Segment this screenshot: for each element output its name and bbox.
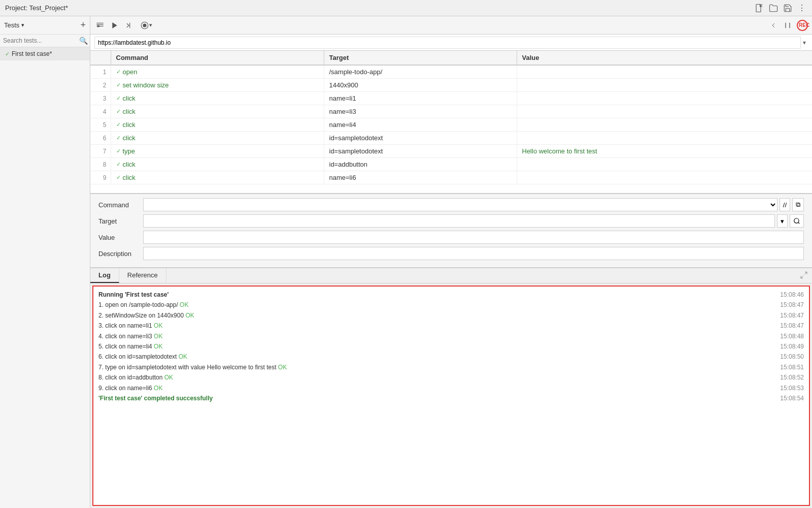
run-button[interactable]: [110, 20, 120, 30]
target-row: Target ▾: [98, 214, 804, 228]
step-button[interactable]: [124, 20, 135, 31]
log-area: Running 'First test case'15:08:461. open…: [92, 285, 810, 506]
log-content: 2. setWindowSize on 1440x900 OK: [98, 310, 194, 321]
ok-badge: OK: [278, 364, 287, 371]
svg-point-12: [794, 218, 799, 223]
ok-badge: OK: [154, 322, 162, 329]
log-content: 3. click on name=li1 OK: [98, 321, 162, 331]
sidebar-title-group: Tests ▾: [4, 21, 24, 29]
row-command: ✓type: [111, 145, 324, 158]
row-value: [517, 65, 812, 79]
url-dropdown-icon[interactable]: ▾: [801, 39, 808, 46]
table-row[interactable]: 9 ✓click name=li6: [90, 171, 812, 184]
row-target: name=li3: [324, 105, 517, 118]
open-file-icon[interactable]: [768, 3, 779, 13]
tab-reference[interactable]: Reference: [119, 268, 166, 283]
log-line: 2. setWindowSize on 1440x900 OK15:08:47: [98, 310, 804, 321]
row-value: [517, 171, 812, 184]
row-value: [517, 92, 812, 105]
log-line: 6. click on id=sampletodotext OK15:08:50: [98, 352, 804, 362]
search-bar: 🔍: [0, 35, 90, 47]
commands-table-area: Command Target Value 1 ✓open /sample-tod…: [90, 51, 812, 193]
log-content: 'First test case' completed successfully: [98, 393, 213, 403]
table-row[interactable]: 2 ✓set window size 1440x900: [90, 79, 812, 92]
sidebar-item-first-test-case[interactable]: ✓ First test case*: [0, 47, 90, 60]
row-command: ✓click: [111, 118, 324, 132]
row-target: 1440x900: [324, 79, 517, 92]
expand-icon[interactable]: [800, 271, 808, 280]
sidebar-dropdown-icon[interactable]: ▾: [21, 22, 24, 28]
project-title: Project: Test_Project*: [5, 4, 68, 12]
svg-marker-6: [112, 22, 117, 28]
col-num: [90, 51, 111, 65]
record-circle-button[interactable]: REC: [797, 20, 808, 31]
record-button[interactable]: ▾: [139, 20, 153, 31]
row-target: name=li6: [324, 171, 517, 184]
table-row[interactable]: 1 ✓open /sample-todo-app/: [90, 65, 812, 79]
table-row[interactable]: 5 ✓click name=li4: [90, 118, 812, 132]
pause-button[interactable]: [783, 20, 793, 30]
title-bar: Project: Test_Project* ⋮: [0, 0, 812, 16]
row-num: 6: [90, 132, 111, 145]
sidebar-header: Tests ▾ +: [0, 16, 90, 35]
row-num: 5: [90, 118, 111, 132]
log-line: 9. click on name=li6 OK15:08:53: [98, 383, 804, 393]
sidebar-item-label: First test case*: [12, 50, 52, 57]
table-row[interactable]: 3 ✓click name=li1: [90, 92, 812, 105]
command-select[interactable]: [143, 198, 777, 211]
log-time: 15:08:50: [780, 352, 804, 362]
table-row[interactable]: 7 ✓type id=sampletodotext Hello welcome …: [90, 145, 812, 158]
toolbar: ▾ REC: [90, 16, 812, 35]
target-drop-button[interactable]: ▾: [777, 214, 788, 228]
tab-log[interactable]: Log: [90, 268, 119, 283]
back-button[interactable]: [768, 20, 779, 30]
command-row: Command // ⧉: [98, 198, 804, 211]
check-icon: ✓: [5, 51, 10, 57]
search-input[interactable]: [3, 37, 79, 44]
ok-badge: OK: [164, 374, 173, 381]
log-content: 8. click on id=addbutton OK: [98, 372, 173, 383]
comment-button[interactable]: //: [780, 198, 790, 211]
log-content: 1. open on /sample-todo-app/ OK: [98, 300, 188, 310]
log-line: 4. click on name=li3 OK15:08:48: [98, 331, 804, 341]
row-value: [517, 132, 812, 145]
new-file-icon[interactable]: [754, 3, 764, 13]
save-icon[interactable]: [783, 3, 793, 13]
target-input[interactable]: [143, 214, 775, 228]
ok-badge: OK: [180, 301, 188, 308]
target-search-button[interactable]: [790, 214, 804, 228]
sidebar-title: Tests: [4, 21, 19, 29]
row-command: ✓click: [111, 158, 324, 171]
url-bar: ▾: [90, 35, 812, 51]
log-line: 'First test case' completed successfully…: [98, 393, 804, 403]
log-time: 15:08:49: [780, 341, 804, 352]
target-input-wrap: ▾: [143, 214, 804, 228]
log-line: 1. open on /sample-todo-app/ OK15:08:47: [98, 300, 804, 310]
run-all-button[interactable]: [94, 20, 106, 31]
svg-line-15: [801, 275, 803, 278]
copy-button[interactable]: ⧉: [792, 198, 804, 211]
value-input[interactable]: [143, 231, 804, 244]
url-input[interactable]: [94, 37, 801, 49]
toolbar-left: ▾: [94, 20, 153, 31]
col-command: Command: [111, 51, 324, 65]
add-test-button[interactable]: +: [80, 20, 86, 30]
log-time: 15:08:54: [780, 393, 804, 403]
svg-point-9: [143, 24, 146, 27]
description-input[interactable]: [143, 247, 804, 260]
table-row[interactable]: 8 ✓click id=addbutton: [90, 158, 812, 171]
row-command: ✓open: [111, 65, 324, 79]
ok-badge: OK: [185, 312, 194, 319]
search-icon: 🔍: [79, 37, 88, 45]
log-content: Running 'First test case': [98, 290, 168, 300]
command-input-wrap: // ⧉: [143, 198, 804, 211]
table-row[interactable]: 6 ✓click id=sampletodotext: [90, 132, 812, 145]
command-label: Command: [98, 201, 139, 209]
more-options-icon[interactable]: ⋮: [797, 3, 807, 13]
sidebar: Tests ▾ + 🔍 ✓ First test case*: [0, 16, 90, 508]
value-row: Value: [98, 231, 804, 244]
row-num: 2: [90, 79, 111, 92]
bottom-panel: Log Reference Running 'First test case'1…: [90, 267, 812, 508]
table-row[interactable]: 4 ✓click name=li3: [90, 105, 812, 118]
log-time: 15:08:46: [780, 290, 804, 300]
